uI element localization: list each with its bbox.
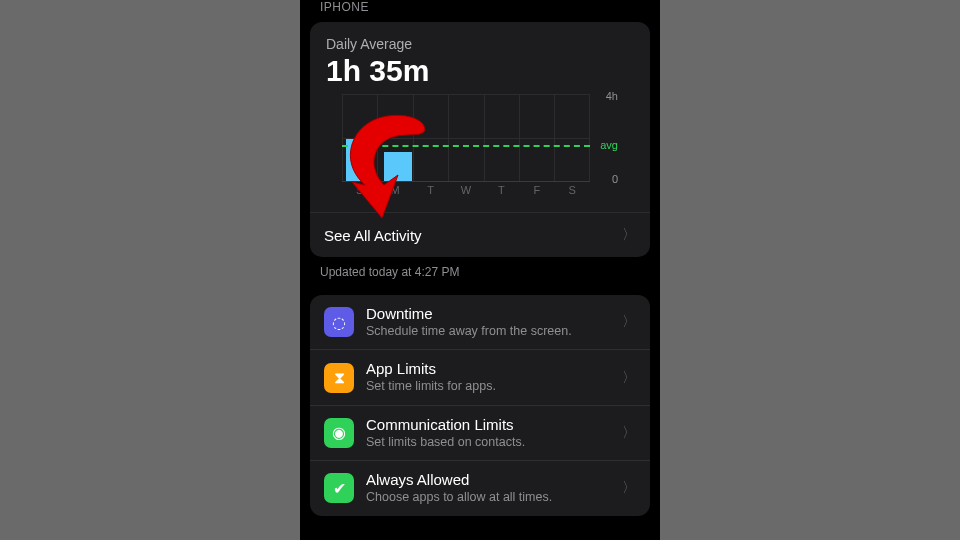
xaxis-tick: S — [555, 184, 590, 202]
last-updated-label: Updated today at 4:27 PM — [300, 257, 660, 295]
options-list: ◌ Downtime Schedule time away from the s… — [310, 295, 650, 516]
chevron-right-icon: 〉 — [622, 424, 636, 442]
chart-bar — [384, 152, 412, 181]
y-max-label: 4h — [606, 90, 618, 102]
row-subtitle: Set time limits for apps. — [366, 379, 622, 395]
chevron-right-icon: 〉 — [622, 226, 636, 244]
see-all-activity-row[interactable]: See All Activity 〉 — [310, 212, 650, 257]
avg-line — [342, 145, 590, 147]
xaxis-tick: T — [484, 184, 519, 202]
row-subtitle: Set limits based on contacts. — [366, 435, 622, 451]
check-shield-icon: ✔ — [324, 473, 354, 503]
xaxis-tick: S — [342, 184, 377, 202]
daily-average-card: Daily Average 1h 35m — [310, 22, 650, 257]
person-icon: ◉ — [324, 418, 354, 448]
y-min-label: 0 — [612, 173, 618, 185]
row-label: Always Allowed — [366, 471, 622, 490]
chevron-right-icon: 〉 — [622, 313, 636, 331]
hourglass-icon: ⧗ — [324, 363, 354, 393]
screen-time-settings: IPHONE Daily Average 1h 35m — [300, 0, 660, 540]
row-label: Downtime — [366, 305, 622, 324]
xaxis-tick: M — [377, 184, 412, 202]
always-allowed-row[interactable]: ✔ Always Allowed Choose apps to allow at… — [310, 460, 650, 515]
avg-label: avg — [600, 139, 618, 151]
chart-xaxis: S M T W T F S — [342, 184, 590, 202]
daily-average-value: 1h 35m — [326, 54, 634, 88]
downtime-icon: ◌ — [324, 307, 354, 337]
see-all-activity-label: See All Activity — [324, 227, 422, 244]
xaxis-tick: T — [413, 184, 448, 202]
xaxis-tick: F — [519, 184, 554, 202]
section-header: IPHONE — [300, 0, 660, 22]
xaxis-tick: W — [448, 184, 483, 202]
row-label: App Limits — [366, 360, 622, 379]
usage-chart: 4h avg 0 S M T W T F S — [342, 94, 618, 202]
chevron-right-icon: 〉 — [622, 369, 636, 387]
row-subtitle: Schedule time away from the screen. — [366, 324, 622, 340]
app-limits-row[interactable]: ⧗ App Limits Set time limits for apps. 〉 — [310, 349, 650, 404]
row-label: Communication Limits — [366, 416, 622, 435]
chevron-right-icon: 〉 — [622, 479, 636, 497]
chart-grid — [342, 94, 590, 182]
letterbox-left — [0, 0, 300, 540]
daily-average-label: Daily Average — [326, 36, 634, 52]
letterbox-right — [660, 0, 960, 540]
communication-limits-row[interactable]: ◉ Communication Limits Set limits based … — [310, 405, 650, 460]
downtime-row[interactable]: ◌ Downtime Schedule time away from the s… — [310, 295, 650, 349]
row-subtitle: Choose apps to allow at all times. — [366, 490, 622, 506]
